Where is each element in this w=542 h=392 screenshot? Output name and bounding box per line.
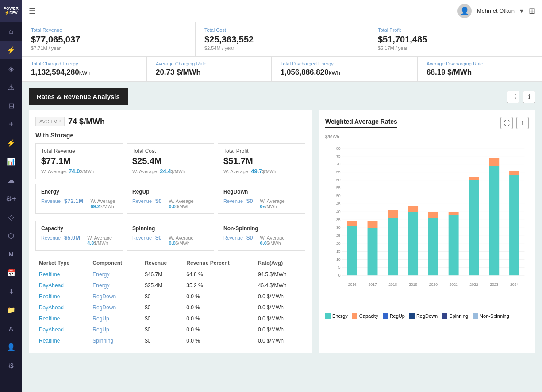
info-icon[interactable]: ℹ bbox=[523, 91, 535, 103]
total-profit-value: $51,701,485 bbox=[378, 34, 533, 45]
card-avg: W. Average: 74.0$/MWh bbox=[41, 168, 117, 175]
sidebar-item-chart[interactable]: 📊 bbox=[0, 152, 22, 171]
section-title-button[interactable]: Rates & Revenue Analysis bbox=[29, 88, 128, 105]
revenue: $0 bbox=[141, 291, 183, 302]
component: Energy bbox=[89, 269, 141, 280]
legend-color bbox=[383, 313, 388, 319]
avg-discharging-label: Average Discharging Rate bbox=[427, 61, 533, 66]
chart-expand-icon[interactable]: ⛶ bbox=[500, 117, 513, 129]
component: RegDown bbox=[89, 302, 141, 313]
chart-info-icon[interactable]: ℹ bbox=[516, 117, 529, 129]
svg-rect-55 bbox=[489, 166, 499, 275]
sidebar-item-settings[interactable]: ⚙ bbox=[0, 356, 22, 375]
sidebar-item-alert[interactable]: ⚠ bbox=[0, 78, 22, 96]
main-container: ☰ 👤 Mehmet Otkun ▾ ⊞ Total Revenue $77,0… bbox=[22, 0, 542, 392]
table-row: DayAhead RegDown $0 0.0 % 0.0 $/MWh bbox=[35, 302, 305, 313]
left-panel: AVG LMP 74 $/MWh With Storage Total Reve… bbox=[29, 110, 312, 353]
sidebar-item-m[interactable]: M bbox=[0, 245, 22, 263]
svg-rect-37 bbox=[368, 228, 378, 275]
svg-rect-43 bbox=[408, 212, 418, 275]
svg-text:60: 60 bbox=[336, 178, 341, 182]
section-icons: ⛶ ℹ bbox=[507, 91, 535, 103]
revenue: $25.4M bbox=[141, 280, 183, 291]
total-profit-sub: $5.17M / year bbox=[378, 46, 533, 51]
summary-card: Total Cost $25.4M W. Average: 24.4$/MWh bbox=[127, 143, 214, 179]
total-revenue-value: $77,065,037 bbox=[31, 34, 186, 45]
svg-rect-46 bbox=[428, 218, 438, 275]
market-type: DayAhead bbox=[35, 324, 89, 335]
sidebar-item-person[interactable]: 👤 bbox=[0, 338, 22, 356]
grid-icon[interactable]: ⊞ bbox=[529, 6, 535, 16]
svg-rect-35 bbox=[347, 221, 357, 226]
revenue-percent: 35.2 % bbox=[183, 280, 254, 291]
total-charged-value: 1,132,594,280kWh bbox=[31, 68, 138, 77]
table-header: Revenue bbox=[141, 257, 183, 269]
expand-icon[interactable]: ⛶ bbox=[507, 91, 519, 103]
sidebar-item-a[interactable]: A bbox=[0, 319, 22, 338]
legend-item: Energy bbox=[325, 313, 348, 319]
sidebar-item-flash[interactable]: ⚡ bbox=[0, 133, 22, 152]
cat-title: Non-Spinning bbox=[223, 225, 300, 232]
card-title: Total Profit bbox=[223, 148, 300, 154]
avatar: 👤 bbox=[457, 4, 472, 18]
svg-rect-34 bbox=[347, 226, 357, 275]
sidebar-item-layers[interactable]: ◈ bbox=[0, 59, 22, 78]
card-value: $25.4M bbox=[132, 156, 208, 166]
svg-text:2022: 2022 bbox=[469, 282, 478, 287]
cat-row: Revenue $0 W. Average 0.0$/MWh bbox=[132, 234, 208, 246]
sidebar-item-cloud[interactable]: ☁ bbox=[0, 171, 22, 189]
svg-text:2023: 2023 bbox=[490, 282, 498, 287]
topbar: ☰ 👤 Mehmet Otkun ▾ ⊞ bbox=[22, 0, 542, 22]
svg-text:20: 20 bbox=[336, 241, 341, 246]
legend-item: Spinning bbox=[442, 313, 468, 319]
sidebar-item-calendar[interactable]: 📅 bbox=[0, 263, 22, 282]
svg-rect-40 bbox=[388, 218, 398, 275]
stats-row-2: Total Charged Energy 1,132,594,280kWh Av… bbox=[22, 57, 542, 82]
sidebar-item-gear-plus[interactable]: ⚙+ bbox=[0, 189, 22, 208]
chart-container: 0510152025303540455055606570758020162017… bbox=[325, 141, 529, 309]
table-row: Realtime RegUp $0 0.0 % 0.0 $/MWh bbox=[35, 313, 305, 324]
revenue-percent: 0.0 % bbox=[183, 324, 254, 335]
revenue-percent: 0.0 % bbox=[183, 291, 254, 302]
legend-color bbox=[325, 313, 331, 319]
table-row: Realtime Energy $46.7M 64.8 % 94.5 $/MWh bbox=[35, 269, 305, 280]
sidebar-item-folder[interactable]: 📁 bbox=[0, 301, 22, 319]
stat-avg-charging: Average Charging Rate 20.73 $/MWh bbox=[147, 57, 272, 81]
legend-label: Non-Spinning bbox=[480, 313, 509, 319]
market-type: DayAhead bbox=[35, 302, 89, 313]
legend-color bbox=[352, 313, 357, 319]
table-header: Rate(Avg) bbox=[254, 257, 305, 269]
legend-color bbox=[473, 313, 478, 319]
legend-label: RegUp bbox=[390, 313, 405, 319]
menu-icon[interactable]: ☰ bbox=[29, 6, 36, 16]
svg-text:2021: 2021 bbox=[450, 282, 458, 287]
total-revenue-sub: $7.71M / year bbox=[31, 46, 186, 51]
table-row: DayAhead RegUp $0 0.0 % 0.0 $/MWh bbox=[35, 324, 305, 335]
revenue: $0 bbox=[141, 302, 183, 313]
with-storage-heading: With Storage bbox=[35, 132, 305, 139]
svg-rect-49 bbox=[449, 215, 459, 276]
sidebar-item-diamond[interactable]: ◇ bbox=[0, 208, 22, 226]
component: Spinning bbox=[89, 335, 141, 346]
chevron-down-icon[interactable]: ▾ bbox=[520, 7, 523, 15]
sidebar-item-download[interactable]: ⬇ bbox=[0, 282, 22, 301]
svg-rect-59 bbox=[509, 171, 519, 175]
summary-cards: Total Revenue $77.1M W. Average: 74.0$/M… bbox=[35, 143, 305, 179]
svg-text:2018: 2018 bbox=[388, 282, 397, 287]
legend-label: RegDown bbox=[416, 313, 438, 319]
sidebar-item-sliders[interactable]: ⊟ bbox=[0, 96, 22, 115]
sidebar-item-plus[interactable]: + bbox=[0, 115, 22, 133]
app-logo: POWER⚡DEV bbox=[0, 0, 22, 22]
svg-text:30: 30 bbox=[336, 225, 341, 230]
category-card: Energy Revenue $72.1M W. Average 69.2$/M… bbox=[35, 184, 123, 214]
sidebar-item-share[interactable]: ⬡ bbox=[0, 226, 22, 245]
svg-text:5: 5 bbox=[338, 265, 341, 270]
cat-title: Spinning bbox=[132, 225, 208, 232]
legend-color bbox=[442, 313, 447, 319]
svg-text:2019: 2019 bbox=[409, 282, 417, 287]
market-type: Realtime bbox=[35, 269, 89, 280]
sidebar-item-lightning[interactable]: ⚡ bbox=[0, 41, 22, 59]
sidebar-item-home[interactable]: ⌂ bbox=[0, 22, 22, 41]
legend-color bbox=[409, 313, 415, 319]
svg-text:15: 15 bbox=[336, 249, 341, 254]
